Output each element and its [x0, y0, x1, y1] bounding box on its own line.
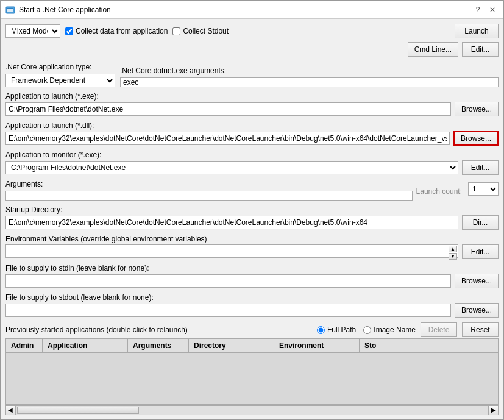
mode-select[interactable]: Mixed Mode Managed Only Native Only	[5, 24, 60, 38]
cmdline-button[interactable]: Cmd Line...	[408, 42, 458, 57]
app-monitor-select[interactable]: C:\Program Files\dotnet\dotNet.exe	[5, 161, 458, 174]
window-title: Start a .Net Core application	[19, 5, 111, 14]
stdin-file-row: Browse...	[5, 274, 499, 288]
dotnet-args-col: .Net Core dotnet.exe arguments:	[120, 64, 499, 87]
env-vars-section: Environment Variables (override global e…	[5, 232, 499, 262]
arguments-label: Arguments:	[5, 180, 413, 188]
app-launch-exe-input[interactable]	[5, 102, 451, 116]
help-button[interactable]: ?	[472, 4, 484, 16]
table-header: Admin Application Arguments Directory En…	[6, 339, 498, 353]
col-sto: Sto	[360, 339, 384, 352]
apptype-select[interactable]: Framework Dependent Self Contained	[5, 74, 115, 87]
reset-button[interactable]: Reset	[462, 322, 499, 337]
scroll-thumb	[17, 407, 139, 414]
app-launch-dll-input[interactable]	[5, 132, 450, 145]
table-body	[6, 353, 498, 404]
toolbar-edit-button[interactable]: Edit...	[462, 42, 499, 57]
app-launch-dll-browse[interactable]: Browse...	[453, 131, 499, 146]
env-vars-row: ▲ ▼ Edit...	[5, 244, 499, 259]
full-path-radio-label[interactable]: Full Path	[317, 326, 356, 334]
col-application: Application	[43, 339, 128, 352]
title-controls: ? ✕	[472, 4, 499, 16]
main-window: Start a .Net Core application ? ✕ Mixed …	[0, 0, 504, 420]
close-button[interactable]: ✕	[486, 4, 499, 16]
col-arguments: Arguments	[128, 339, 189, 352]
image-name-radio-label[interactable]: Image Name	[363, 326, 416, 334]
app-launch-dll-label: Application to launch (*.dll):	[5, 121, 499, 130]
toolbar-row: Mixed Mode Managed Only Native Only Coll…	[5, 24, 499, 38]
env-vars-edit[interactable]: Edit...	[462, 244, 499, 259]
scrollbar-row: ◀ ▶	[5, 405, 499, 415]
app-monitor-section: Application to monitor (*.exe): C:\Progr…	[5, 148, 499, 177]
app-monitor-label: Application to monitor (*.exe):	[5, 151, 499, 159]
app-table: Admin Application Arguments Directory En…	[5, 338, 499, 405]
stdin-file-label: File to supply to stdin (leave blank for…	[5, 264, 499, 272]
app-launch-dll-row: Browse...	[5, 131, 499, 146]
scroll-track[interactable]	[15, 405, 489, 415]
previously-row: Previously started applications (double …	[5, 322, 499, 337]
stdout-file-row: Browse...	[5, 303, 499, 318]
startup-dir-input[interactable]	[5, 216, 458, 229]
env-up-arrow[interactable]: ▲	[449, 246, 457, 252]
arguments-row: Arguments: Launch count: 1 2 3	[5, 177, 499, 201]
apptype-row: .Net Core application type: Framework De…	[5, 60, 499, 87]
stdout-file-section: File to supply to stdout (leave blank fo…	[5, 291, 499, 320]
image-name-radio[interactable]	[363, 326, 371, 334]
launch-button[interactable]: Launch	[455, 24, 499, 38]
startup-dir-label: Startup Directory:	[5, 205, 499, 214]
radio-group: Full Path Image Name	[317, 326, 416, 334]
collect-data-label[interactable]: Collect data from application	[65, 27, 168, 35]
svg-rect-2	[7, 8, 13, 9]
col-environment: Environment	[274, 339, 360, 352]
collect-stdout-checkbox[interactable]	[172, 27, 180, 35]
full-path-radio[interactable]	[317, 326, 325, 334]
col-directory: Directory	[189, 339, 274, 352]
app-monitor-edit[interactable]: Edit...	[462, 160, 499, 175]
apptype-label: .Net Core application type:	[5, 63, 115, 71]
collect-stdout-label[interactable]: Collect Stdout	[172, 27, 229, 35]
stdout-file-input[interactable]	[5, 304, 451, 317]
env-arrows: ▲ ▼	[449, 246, 457, 260]
env-down-arrow[interactable]: ▼	[449, 253, 457, 260]
title-bar-left: Start a .Net Core application	[5, 5, 111, 15]
scroll-left-btn[interactable]: ◀	[5, 405, 15, 415]
startup-dir-section: Startup Directory: Dir...	[5, 203, 499, 232]
env-vars-wrap: ▲ ▼	[5, 244, 458, 259]
launch-count-select[interactable]: 1 2 3	[468, 182, 499, 196]
stdout-file-browse[interactable]: Browse...	[455, 303, 499, 318]
previously-label: Previously started applications (double …	[5, 326, 188, 334]
launch-count-label: Launch count:	[416, 187, 464, 196]
startup-dir-row: Dir...	[5, 215, 499, 230]
stdin-file-section: File to supply to stdin (leave blank for…	[5, 262, 499, 291]
app-monitor-row: C:\Program Files\dotnet\dotNet.exe Edit.…	[5, 160, 499, 175]
env-vars-input[interactable]	[5, 244, 458, 258]
title-bar: Start a .Net Core application ? ✕	[1, 1, 503, 19]
stdin-file-browse[interactable]: Browse...	[455, 274, 499, 288]
arguments-input[interactable]	[5, 191, 413, 201]
env-vars-label: Environment Variables (override global e…	[5, 235, 499, 243]
delete-button[interactable]: Delete	[421, 322, 457, 337]
app-launch-exe-row: Browse...	[5, 102, 499, 116]
apptype-col: .Net Core application type: Framework De…	[5, 60, 115, 87]
stdin-file-input[interactable]	[5, 274, 451, 288]
col-admin: Admin	[6, 339, 43, 352]
app-icon	[5, 5, 15, 15]
dialog-content: Mixed Mode Managed Only Native Only Coll…	[1, 19, 503, 419]
collect-data-checkbox[interactable]	[65, 27, 73, 35]
app-launch-exe-section: Application to launch (*.exe): Browse...	[5, 90, 499, 119]
scroll-right-btn[interactable]: ▶	[489, 405, 499, 415]
stdout-file-label: File to supply to stdout (leave blank fo…	[5, 293, 499, 302]
app-launch-dll-section: Application to launch (*.dll): Browse...	[5, 119, 499, 148]
dotnet-args-label: .Net Core dotnet.exe arguments:	[120, 66, 499, 75]
dotnet-args-input[interactable]	[120, 77, 499, 87]
startup-dir-btn[interactable]: Dir...	[462, 215, 499, 230]
app-launch-exe-label: Application to launch (*.exe):	[5, 92, 499, 101]
app-launch-exe-browse[interactable]: Browse...	[455, 102, 499, 116]
